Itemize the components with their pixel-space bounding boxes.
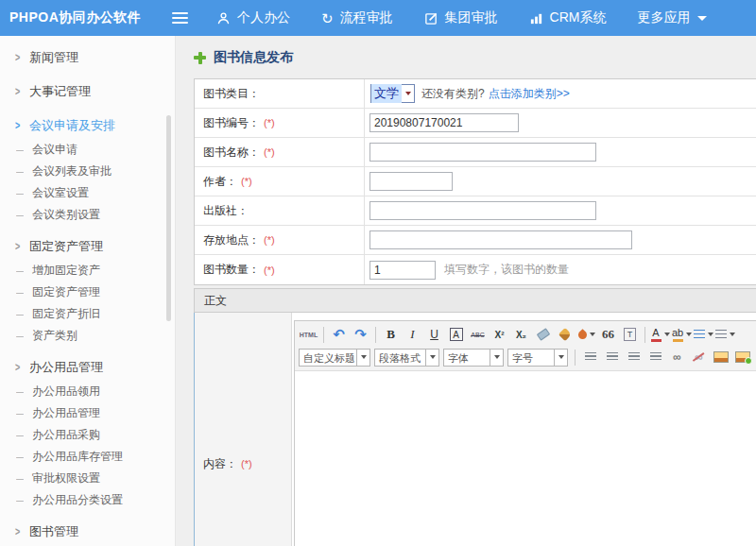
sidebar-group-meeting[interactable]: > 会议申请及安排 (0, 111, 175, 139)
eraser-icon[interactable] (533, 325, 553, 344)
sidebar-item-asset-manage[interactable]: — 固定资产管理 (0, 282, 175, 303)
publisher-input[interactable] (369, 201, 596, 220)
sidebar-item-asset-category[interactable]: — 资产类别 (0, 325, 175, 347)
sidebar-group-news[interactable]: > 新闻管理 (0, 43, 175, 71)
required-mark: (*) (264, 117, 275, 128)
strikethrough-icon[interactable]: ABC (468, 325, 488, 344)
location-input[interactable] (369, 230, 632, 249)
dash-icon: — (16, 265, 24, 276)
quantity-input[interactable] (369, 261, 436, 280)
menu-crm-system[interactable]: CRM系统 (529, 9, 607, 26)
content-label: 内容： (203, 456, 237, 472)
superscript-icon[interactable]: X² (490, 325, 509, 344)
sidebar-item-supplies-claim[interactable]: — 办公用品领用 (0, 381, 175, 402)
dash-icon: — (16, 452, 24, 462)
sidebar-item-meeting-category[interactable]: — 会议类别设置 (0, 204, 175, 226)
redo-icon[interactable]: ↷ (351, 325, 370, 344)
sidebar-item-supplies-category[interactable]: — 办公用品分类设置 (0, 489, 175, 511)
sidebar-group-books[interactable]: > 图书管理 (0, 518, 175, 545)
author-input[interactable] (369, 172, 453, 191)
dash-icon: — (16, 473, 24, 484)
dash-icon: — (16, 495, 24, 505)
sidebar-item-label: 办公用品采购 (32, 427, 100, 443)
menu-personal-office[interactable]: 个人办公 (216, 9, 290, 26)
dash-icon: — (16, 188, 24, 198)
category-select[interactable]: 文学 (370, 84, 415, 103)
sidebar-scrollbar[interactable] (166, 115, 171, 321)
sidebar-item-meeting-room[interactable]: — 会议室设置 (0, 182, 175, 204)
insert-image-icon[interactable] (711, 348, 730, 367)
font-size-dropdown[interactable]: 字号 (507, 349, 568, 367)
format-paint-icon[interactable] (576, 325, 596, 344)
font-family-dropdown[interactable]: 字体 (443, 349, 504, 367)
highlight-color-icon[interactable]: ab (672, 325, 692, 344)
category-label: 图书类目： (195, 79, 365, 108)
sidebar-item-label: 资产类别 (32, 328, 77, 344)
paste-text-icon[interactable]: T (620, 325, 640, 344)
align-center-icon[interactable] (602, 348, 622, 367)
book-name-input[interactable] (369, 143, 596, 162)
font-color-icon[interactable]: A (650, 325, 670, 344)
sidebar-item-label: 会议申请 (32, 142, 77, 158)
chevron-right-icon: > (15, 119, 20, 132)
ordered-list-icon[interactable] (694, 325, 713, 344)
sidebar-group-fixed-assets[interactable]: > 固定资产管理 (0, 232, 175, 260)
sidebar-item-meeting-list[interactable]: — 会议列表及审批 (0, 161, 175, 182)
sidebar-group-label: 新闻管理 (29, 49, 78, 66)
book-no-label: 图书编号： (203, 115, 260, 131)
toolbar-separator (575, 350, 576, 366)
menu-more-apps[interactable]: 更多应用 (637, 9, 707, 26)
bold-icon[interactable]: B (381, 325, 401, 344)
category-hint: 还没有类别? (421, 86, 485, 102)
sidebar-item-approval-permission[interactable]: — 审批权限设置 (0, 468, 175, 489)
page-title-text: 图书信息发布 (214, 49, 293, 66)
body-section: 正文 内容： (*) HTML ↶ ↷ B (194, 288, 756, 546)
menu-group-approval[interactable]: 集团审批 (424, 9, 498, 26)
sidebar-item-supplies-manage[interactable]: — 办公用品管理 (0, 402, 175, 424)
sidebar-item-asset-depreciation[interactable]: — 固定资产折旧 (0, 303, 175, 325)
align-right-icon[interactable] (624, 348, 644, 367)
paragraph-format-dropdown[interactable]: 段落格式 (374, 349, 439, 367)
sidebar-item-supplies-purchase[interactable]: — 办公用品采购 (0, 424, 175, 446)
source-code-icon[interactable]: HTML (299, 325, 318, 344)
align-justify-icon[interactable] (645, 348, 665, 367)
italic-icon[interactable]: I (403, 325, 422, 344)
chevron-right-icon: > (15, 525, 20, 538)
sidebar-item-label: 审批权限设置 (32, 470, 100, 486)
caret-down-icon (490, 349, 504, 367)
caret-down-icon (426, 349, 439, 367)
insert-media-icon[interactable] (732, 348, 752, 367)
page-title: 图书信息发布 (194, 49, 756, 66)
dash-icon: — (16, 408, 24, 418)
clear-format-icon[interactable] (555, 325, 575, 344)
plus-icon (194, 52, 206, 64)
toolbar-separator (644, 327, 645, 343)
add-category-link[interactable]: 点击添加类别>> (489, 86, 570, 102)
blockquote-icon[interactable]: 66 (598, 325, 618, 344)
book-no-input[interactable] (369, 113, 519, 132)
hamburger-menu-icon[interactable] (172, 12, 188, 24)
underline-icon[interactable]: U (424, 325, 444, 344)
menu-process-approval[interactable]: ↻ 流程审批 (321, 9, 393, 26)
sidebar-item-supplies-inventory[interactable]: — 办公用品库存管理 (0, 446, 175, 468)
form-row-quantity: 图书数量： (*) 填写数字，该图书的数量 (195, 255, 756, 284)
form-row-book-name: 图书名称： (*) (195, 138, 756, 167)
sidebar-item-label: 办公用品管理 (32, 405, 100, 421)
link-icon[interactable]: ∞ (667, 348, 687, 367)
sidebar-item-meeting-apply[interactable]: — 会议申请 (0, 139, 175, 161)
sidebar-group-office-supplies[interactable]: > 办公用品管理 (0, 353, 175, 381)
font-style-icon[interactable]: A (446, 325, 466, 344)
sidebar-item-add-asset[interactable]: — 增加固定资产 (0, 260, 175, 282)
book-name-label: 图书名称： (203, 145, 260, 161)
sidebar-group-memorabilia[interactable]: > 大事记管理 (0, 77, 175, 105)
sidebar-item-label: 固定资产管理 (32, 284, 100, 300)
unlink-icon[interactable]: ∞ (689, 348, 709, 367)
undo-icon[interactable]: ↶ (329, 325, 349, 344)
editor-content-area[interactable] (295, 371, 756, 546)
unordered-list-icon[interactable] (715, 325, 735, 344)
custom-title-dropdown[interactable]: 自定义标题 (299, 349, 370, 367)
subscript-icon[interactable]: X₂ (511, 325, 531, 344)
toolbar-row-1: HTML ↶ ↷ B I U A ABC X² X₂ (298, 323, 753, 346)
align-left-icon[interactable] (580, 348, 600, 367)
dash-icon: — (16, 331, 24, 341)
